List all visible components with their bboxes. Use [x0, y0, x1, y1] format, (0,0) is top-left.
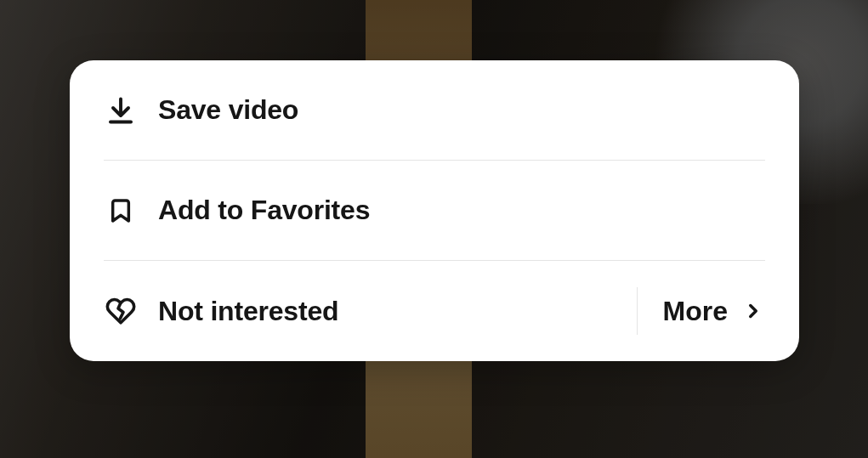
not-interested-label: Not interested	[158, 296, 338, 327]
add-to-favorites-button[interactable]: Add to Favorites	[104, 161, 765, 261]
save-video-button[interactable]: Save video	[104, 60, 765, 161]
context-menu: Save video Add to Favorites Not interest…	[70, 60, 799, 361]
bookmark-icon	[104, 194, 138, 228]
not-interested-button[interactable]: Not interested More	[104, 261, 765, 361]
more-label: More	[663, 296, 728, 327]
download-icon	[104, 93, 138, 127]
more-button[interactable]: More	[637, 287, 765, 335]
add-to-favorites-label: Add to Favorites	[158, 195, 370, 226]
chevron-right-icon	[741, 299, 765, 323]
save-video-label: Save video	[158, 94, 298, 126]
broken-heart-icon	[104, 294, 138, 328]
